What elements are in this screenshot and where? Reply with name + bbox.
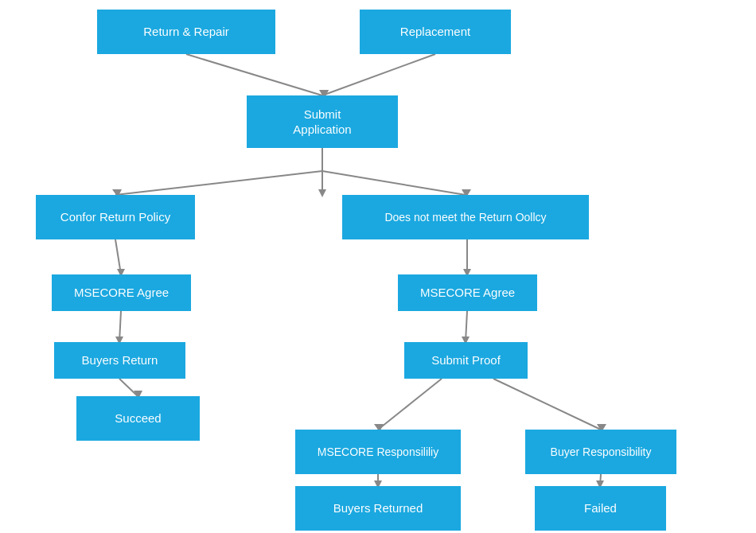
svg-line-0: [186, 54, 322, 95]
node-msecore-responsibility: MSECORE Responsililiy: [295, 430, 461, 474]
flowchart: Return & Repair Replacement Submit Appli…: [0, 0, 756, 533]
node-msecore-agree-right: MSECORE Agree: [398, 274, 537, 311]
node-buyer-responsibility: Buyer Responsibility: [525, 430, 676, 474]
svg-marker-5: [318, 189, 326, 197]
node-buyers-return: Buyers Return: [54, 342, 185, 379]
svg-line-14: [119, 379, 138, 396]
svg-line-26: [600, 474, 601, 486]
svg-line-20: [378, 379, 442, 430]
node-return-repair: Return & Repair: [97, 10, 275, 54]
svg-line-22: [493, 379, 601, 430]
node-confor-return: Confor Return Policy: [36, 195, 195, 239]
node-buyers-returned: Buyers Returned: [295, 486, 461, 531]
svg-line-18: [466, 311, 467, 342]
svg-line-10: [115, 239, 121, 274]
svg-line-6: [115, 171, 322, 195]
node-submit-application: Submit Application: [247, 95, 398, 148]
node-replacement: Replacement: [360, 10, 511, 54]
node-does-not-meet: Does not meet the Return Oollcy: [342, 195, 589, 239]
svg-line-2: [322, 54, 435, 95]
node-msecore-agree-left: MSECORE Agree: [52, 274, 191, 311]
node-failed: Failed: [535, 486, 666, 531]
node-submit-proof: Submit Proof: [404, 342, 528, 379]
node-succeed: Succeed: [76, 396, 200, 441]
svg-line-12: [119, 311, 121, 342]
svg-line-8: [322, 171, 466, 195]
